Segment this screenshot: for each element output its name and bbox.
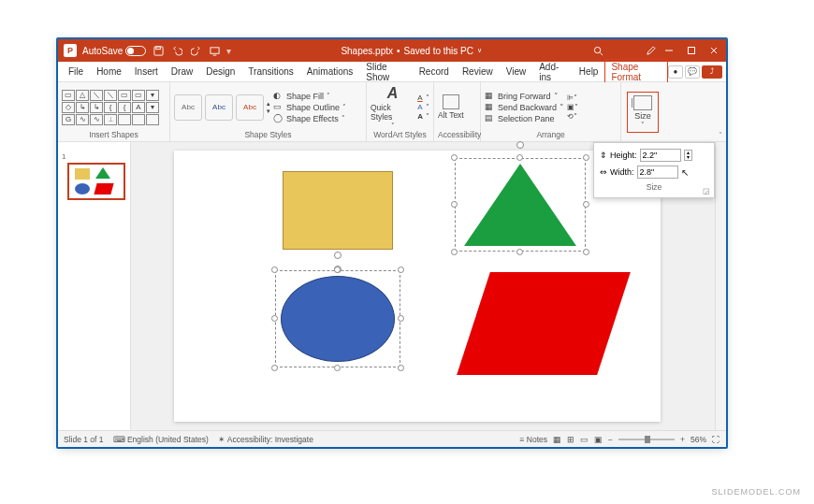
tab-home[interactable]: Home [90, 64, 128, 79]
style-preset[interactable]: Abc [236, 94, 264, 121]
resize-handle[interactable] [398, 365, 404, 371]
slide-canvas[interactable] [174, 151, 661, 422]
slide-thumbnail[interactable] [67, 163, 125, 200]
group-insert-shapes: ▭△＼＼▭▭▾ ◇↳↳{{A▾ G∿∿⟂ Insert Shapes [58, 82, 170, 141]
group-icon[interactable]: ▣˅ [567, 103, 578, 111]
resize-handle[interactable] [398, 266, 404, 273]
tab-addins[interactable]: Add-ins [532, 59, 573, 85]
tab-animations[interactable]: Animations [300, 64, 359, 79]
rotate-handle[interactable] [516, 141, 524, 149]
share-button[interactable]: ⤴ [702, 65, 722, 79]
accessibility-indicator[interactable]: ✶ Accessibility: Investigate [218, 435, 313, 444]
group-label: Shape Styles [174, 130, 362, 140]
undo-icon[interactable] [170, 44, 183, 57]
resize-handle[interactable] [583, 201, 589, 208]
shape-parallelogram[interactable] [455, 272, 623, 384]
tab-slideshow[interactable]: Slide Show [359, 59, 412, 85]
collapse-ribbon-icon[interactable]: ˅ [719, 131, 722, 139]
resize-handle[interactable] [583, 249, 589, 255]
selection-pane-button[interactable]: ▤Selection Pane [485, 113, 564, 123]
maximize-button[interactable] [685, 44, 698, 57]
resize-handle[interactable] [451, 201, 458, 208]
notes-button[interactable]: ≡ Notes [520, 435, 548, 444]
group-size: Size ˅ [621, 82, 664, 141]
svg-rect-1 [156, 46, 161, 49]
zoom-slider[interactable] [618, 439, 675, 440]
shape-triangle-selected[interactable] [455, 158, 586, 252]
resize-handle[interactable] [516, 154, 523, 161]
comments-icon[interactable]: 💬 [685, 65, 700, 79]
minimize-button[interactable] [662, 44, 676, 57]
save-icon[interactable] [152, 44, 165, 57]
resize-handle[interactable] [271, 315, 278, 322]
resize-handle[interactable] [334, 266, 341, 273]
style-preset[interactable]: Abc [174, 94, 202, 121]
toggle-switch-icon[interactable] [125, 46, 146, 56]
size-button[interactable]: Size ˅ [627, 92, 659, 133]
height-input[interactable] [640, 149, 681, 162]
tab-help[interactable]: Help [573, 64, 605, 79]
shape-ellipse-selected[interactable] [275, 270, 400, 367]
zoom-out-icon[interactable]: − [608, 435, 613, 444]
zoom-in-icon[interactable]: + [680, 435, 685, 444]
group-label: Accessibility [438, 130, 476, 140]
tab-insert[interactable]: Insert [128, 64, 165, 79]
view-normal-icon[interactable]: ▦ [553, 435, 561, 444]
autosave-toggle[interactable]: AutoSave [82, 46, 146, 56]
view-reading-icon[interactable]: ▭ [580, 435, 589, 444]
shape-fill-button[interactable]: ◐Shape Fill ˅ [273, 91, 346, 101]
tab-shape-format[interactable]: Shape Format [604, 59, 668, 85]
present-icon[interactable] [208, 44, 221, 57]
text-effects-icon[interactable]: A˅ [417, 112, 429, 121]
view-slideshow-icon[interactable]: ▣ [594, 435, 603, 444]
alt-text-button[interactable]: Alt Text [438, 94, 464, 120]
quick-styles-button[interactable]: A Quick Styles ˅ [371, 85, 414, 130]
app-icon: P [64, 44, 77, 57]
tab-record[interactable]: Record [413, 64, 456, 79]
shape-effects-button[interactable]: ◯Shape Effects ˅ [273, 113, 346, 123]
resize-handle[interactable] [398, 315, 404, 322]
redo-icon[interactable] [189, 44, 202, 57]
tab-file[interactable]: File [62, 64, 90, 79]
tab-transitions[interactable]: Transitions [241, 64, 300, 79]
search-icon[interactable] [591, 44, 604, 57]
resize-handle[interactable] [271, 266, 278, 273]
text-outline-icon[interactable]: A˅ [417, 103, 429, 111]
shape-rectangle[interactable] [283, 171, 393, 250]
resize-handle[interactable] [451, 154, 458, 161]
send-backward-button[interactable]: ▦Send Backward ˅ [485, 102, 564, 112]
workspace: 1 [58, 142, 726, 430]
connector-handle[interactable] [334, 252, 342, 259]
dialog-launcher-icon[interactable]: ◲ [703, 187, 710, 195]
fit-to-window-icon[interactable]: ⛶ [712, 435, 720, 444]
resize-handle[interactable] [271, 365, 278, 371]
zoom-level[interactable]: 56% [690, 435, 706, 444]
align-icon[interactable]: ⊫˅ [567, 94, 578, 102]
width-input[interactable] [637, 166, 678, 179]
tab-draw[interactable]: Draw [165, 64, 199, 79]
autosave-label: AutoSave [82, 46, 123, 56]
tab-view[interactable]: View [500, 64, 533, 79]
resize-handle[interactable] [451, 249, 458, 255]
close-button[interactable] [707, 44, 720, 57]
resize-handle[interactable] [334, 365, 341, 371]
shape-outline-button[interactable]: ▭Shape Outline ˅ [273, 102, 346, 112]
resize-handle[interactable] [516, 249, 523, 255]
record-button-icon[interactable]: ● [668, 65, 683, 79]
wordart-icon: A [387, 85, 399, 102]
vertical-scrollbar[interactable] [715, 142, 726, 430]
pencil-icon[interactable] [644, 44, 657, 57]
language-indicator[interactable]: ⌨ English (United States) [113, 435, 209, 444]
view-sorter-icon[interactable]: ⊞ [567, 435, 574, 444]
height-stepper[interactable]: ▴▾ [684, 150, 692, 161]
text-fill-icon[interactable]: A˅ [417, 94, 429, 102]
shapes-gallery[interactable]: ▭△＼＼▭▭▾ ◇↳↳{{A▾ G∿∿⟂ [62, 90, 159, 125]
tab-review[interactable]: Review [456, 64, 500, 79]
file-name: Shapes.pptx [341, 46, 393, 56]
bring-forward-button[interactable]: ▦Bring Forward ˅ [485, 91, 564, 101]
tab-design[interactable]: Design [199, 64, 241, 79]
style-preset[interactable]: Abc [205, 94, 233, 121]
resize-handle[interactable] [583, 154, 589, 161]
rotate-icon[interactable]: ⟲˅ [567, 112, 578, 121]
height-label: Height: [610, 151, 637, 160]
